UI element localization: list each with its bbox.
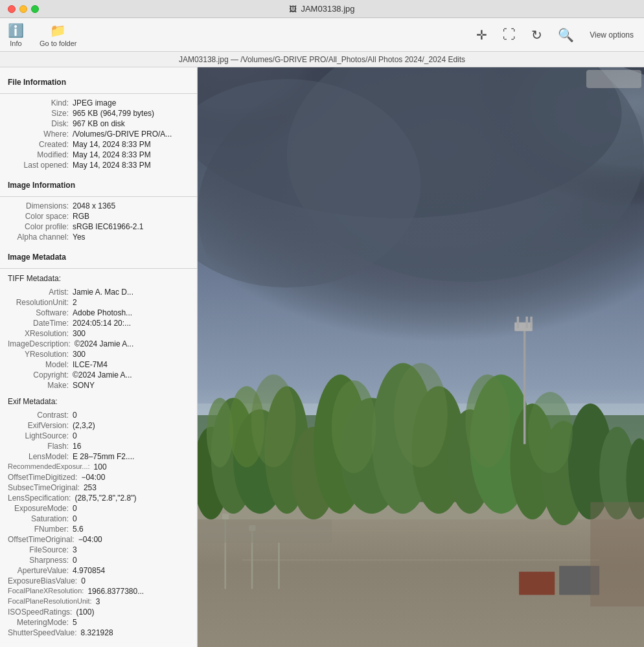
lensmodel-value: E 28–75mm F2.... xyxy=(73,452,134,461)
shutterspeed-label: ShutterSpeedValue: xyxy=(8,628,81,637)
shutterspeed-value: 8.321928 xyxy=(81,628,113,637)
software-label: Software: xyxy=(8,308,73,317)
offsettimedigitized-label: OffsetTimeDigitized: xyxy=(8,473,81,482)
exif-lightsource: LightSource: 0 xyxy=(0,431,197,441)
exposuremode-label: ExposureMode: xyxy=(8,504,73,513)
meteringmode-label: MeteringMode: xyxy=(8,618,73,627)
isospeedratings-label: ISOSpeedRatings: xyxy=(8,607,76,617)
exposurebias-label: ExposureBiasValue: xyxy=(8,576,81,585)
imagedesc-value: ©2024 Jamie A... xyxy=(75,339,134,348)
focalplanexres-value: 1966.8377380... xyxy=(87,587,144,596)
image-info-section-title: Image Information xyxy=(0,177,197,192)
info-icon: ℹ️ xyxy=(8,23,24,38)
yres-label: YResolution: xyxy=(8,350,73,359)
recexposure-value: 100 xyxy=(94,462,107,471)
kind-value: JPEG image xyxy=(73,98,116,108)
tiff-resunit: ResolutionUnit: 2 xyxy=(0,297,197,308)
exif-aperturevalue: ApertureValue: 4.970854 xyxy=(0,565,197,576)
svg-point-33 xyxy=(528,392,573,473)
sharpness-value: 0 xyxy=(73,556,77,565)
image-area[interactable] xyxy=(198,67,644,647)
close-button[interactable] xyxy=(8,5,16,13)
exif-isospeedratings: ISOSpeedRatings: (100) xyxy=(0,607,197,617)
tiff-xres: XResolution: 300 xyxy=(0,328,197,339)
minimize-button[interactable] xyxy=(19,5,27,13)
exifversion-value: (2,3,2) xyxy=(73,421,95,430)
file-info-kind: Kind: JPEG image xyxy=(0,98,197,108)
exif-exposurebias: ExposureBiasValue: 0 xyxy=(0,576,197,586)
tiff-artist: Artist: Jamie A. Mac D... xyxy=(0,287,197,297)
colorprofile-label: Color profile: xyxy=(8,222,73,231)
colorspace-label: Color space: xyxy=(8,212,73,221)
make-value: SONY xyxy=(73,381,95,390)
search-bar-overlay[interactable] xyxy=(586,70,641,88)
exif-label: Exif Metadata: xyxy=(0,396,197,407)
copyright-value: ©2024 Jamie A... xyxy=(73,370,132,380)
where-value: /Volumes/G-DRIVE PRO/A... xyxy=(73,130,172,139)
move-tool-button[interactable]: ✛ xyxy=(476,27,487,43)
tiff-imagedesc: ImageDescription: ©2024 Jamie A... xyxy=(0,339,197,349)
disk-value: 967 KB on disk xyxy=(73,119,125,128)
exif-offsettimeoriginal: OffsetTimeOriginal: −04:00 xyxy=(0,534,197,545)
go-to-folder-button[interactable]: 📁 Go to folder xyxy=(40,23,76,47)
fullscreen-button[interactable]: ⛶ xyxy=(503,27,516,42)
exifversion-label: ExifVersion: xyxy=(8,421,73,430)
image-info-alpha: Alpha channel: Yes xyxy=(0,232,197,242)
info-button[interactable]: ℹ️ Info xyxy=(8,23,24,47)
colorprofile-value: sRGB IEC61966-2.1 xyxy=(73,222,143,231)
software-value: Adobe Photosh... xyxy=(73,308,132,317)
exif-flash: Flash: 16 xyxy=(0,441,197,451)
maximize-button[interactable] xyxy=(31,5,39,13)
exif-subsectimeoriginal: SubsecTimeOriginal: 253 xyxy=(0,482,197,493)
svg-point-32 xyxy=(465,374,510,467)
view-options-button[interactable]: View options xyxy=(590,30,634,40)
offsettimeoriginal-label: OffsetTimeOriginal: xyxy=(8,535,78,544)
svg-rect-48 xyxy=(198,519,332,543)
info-panel: File Information Kind: JPEG image Size: … xyxy=(0,67,198,647)
exif-meteringmode: MeteringMode: 5 xyxy=(0,617,197,628)
focalplaneresunit-value: 3 xyxy=(96,597,100,606)
svg-point-29 xyxy=(251,374,296,467)
xres-label: XResolution: xyxy=(8,329,73,338)
zoom-button[interactable]: 🔍 xyxy=(558,27,574,43)
rotate-button[interactable]: ↻ xyxy=(531,27,542,43)
fnumber-value: 5.6 xyxy=(73,525,84,534)
exif-fnumber: FNumber: 5.6 xyxy=(0,524,197,534)
exif-exposuremode: ExposureMode: 0 xyxy=(0,503,197,514)
title-bar: 🖼 JAM03138.jpg xyxy=(0,0,644,18)
exif-filesource: FileSource: 3 xyxy=(0,545,197,555)
flash-value: 16 xyxy=(73,442,81,451)
tiff-yres: YResolution: 300 xyxy=(0,349,197,359)
model-value: ILCE-7M4 xyxy=(73,360,108,369)
photo-svg xyxy=(198,67,644,647)
saturation-label: Saturation: xyxy=(8,514,73,523)
tiff-make: Make: SONY xyxy=(0,380,197,391)
created-value: May 14, 2024 8:33 PM xyxy=(73,140,151,149)
xres-value: 300 xyxy=(73,329,86,338)
exif-version: ExifVersion: (2,3,2) xyxy=(0,420,197,431)
focalplaneresunit-label: FocalPlaneResolutionUnit: xyxy=(8,597,96,606)
toolbar-right-icons: ✛ ⛶ ↻ 🔍 View options xyxy=(476,27,634,43)
lensspec-value: (28,75,"2.8","2.8") xyxy=(75,494,136,503)
exif-contrast: Contrast: 0 xyxy=(0,410,197,420)
aperturevalue-value: 4.970854 xyxy=(73,566,105,575)
exif-saturation: Saturation: 0 xyxy=(0,514,197,524)
sharpness-label: Sharpness: xyxy=(8,556,73,565)
alpha-label: Alpha channel: xyxy=(8,233,73,242)
file-info-modified: Modified: May 14, 2024 8:33 PM xyxy=(0,150,197,160)
svg-point-31 xyxy=(394,363,448,467)
exif-shutterspeed: ShutterSpeedValue: 8.321928 xyxy=(0,628,197,638)
offsettimeoriginal-value: −04:00 xyxy=(78,535,102,544)
go-to-folder-label: Go to folder xyxy=(40,40,76,47)
photo-container xyxy=(198,67,644,647)
filesource-value: 3 xyxy=(73,545,77,554)
svg-rect-47 xyxy=(278,543,280,589)
exif-lensmodel: LensModel: E 28–75mm F2.... xyxy=(0,451,197,462)
zoom-icon: 🔍 xyxy=(558,27,574,43)
svg-rect-41 xyxy=(519,572,555,595)
artist-value: Jamie A. Mac D... xyxy=(73,288,133,297)
exposuremode-value: 0 xyxy=(73,504,77,513)
make-label: Make: xyxy=(8,381,73,390)
size-value: 965 KB (964,799 bytes) xyxy=(73,109,154,118)
meteringmode-value: 5 xyxy=(73,618,77,627)
